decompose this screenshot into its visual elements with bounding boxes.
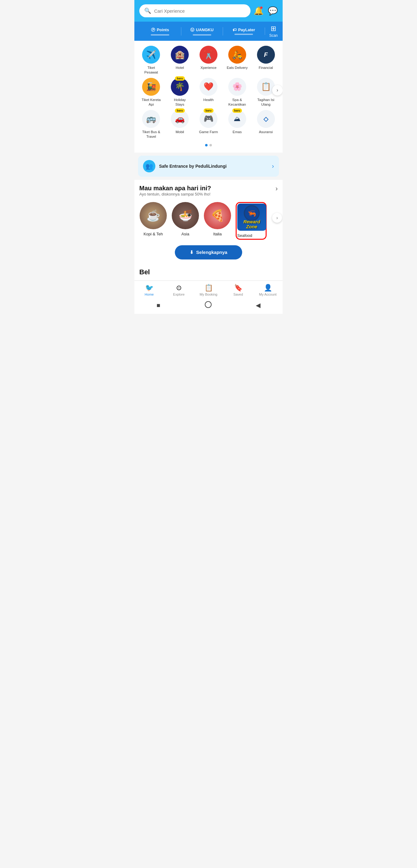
dot-inactive [210,144,212,147]
explore-icon: ⊙ [176,284,182,292]
tiket-kereta-icon-circle: 🚂 [142,78,160,96]
service-mobil[interactable]: baru 🚗 Mobil [167,110,192,139]
food-item-seafood-reward[interactable]: 🦐 RewardZone Seafood [236,202,266,240]
tiket-bus-label: Tiket Bus &Travel [142,130,160,139]
service-spa[interactable]: 🌸 Spa &Kecantikan [225,78,250,107]
paylater-bar [234,34,253,35]
paylater-label: PayLater [238,28,255,32]
seafood-label: Seafood [237,233,252,238]
android-home-button[interactable] [205,301,212,310]
chat-button[interactable]: 💬 [268,6,278,16]
service-holiday-stays[interactable]: baru 🌴 HolidayStays [167,78,192,107]
service-health[interactable]: ❤️ Health [196,78,221,107]
home-label: Home [145,292,154,296]
financial-icon: F [264,51,267,58]
game-farm-badge: baru [203,108,214,113]
search-input[interactable] [154,8,246,13]
notification-button[interactable]: 🔔 [254,6,263,16]
food-item-kopi-teh[interactable]: ☕ Kopi & Teh [139,202,167,240]
reward-zone-text: RewardZone [237,219,266,229]
partial-title: Bel [139,268,150,276]
italia-label: Italia [213,232,222,236]
my-account-label: My Account [259,292,277,296]
spa-icon: 🌸 [232,82,242,91]
chat-icon: 💬 [268,6,278,16]
food-items-row: ☕ Kopi & Teh 🍜 Asia 🍕 Italia [139,202,278,240]
points-item[interactable]: Ⓟ Points [139,27,181,35]
service-eats-delivery[interactable]: 🛵 Eats Delivery [225,46,250,75]
my-account-icon: 👤 [264,284,272,292]
eats-delivery-label: Eats Delivery [227,65,248,70]
my-booking-icon: 📋 [204,284,213,292]
tiket-bus-icon: 🚌 [146,114,156,124]
health-icon-circle: ❤️ [199,78,218,96]
food-item-italia[interactable]: 🍕 Italia [203,202,231,240]
hotel-label: Hotel [176,65,184,70]
seafood-reward-image: 🦐 RewardZone [237,204,266,231]
android-nav: ■ ◀ [134,298,283,314]
service-game-farm[interactable]: baru 🎮 Game Farm [196,110,221,139]
mobil-badge: baru [175,108,185,113]
selengkapnya-button[interactable]: ⬇ Selengkapnya [175,245,242,259]
hotel-icon-circle: 🏨 [171,46,189,64]
game-farm-label: Game Farm [199,130,218,134]
service-tiket-kereta[interactable]: 🚂 Tiket KeretaApi [139,78,163,107]
nav-my-booking[interactable]: 📋 My Booking [194,284,223,296]
paylater-item[interactable]: 🏷 PayLater [223,28,265,35]
services-next-arrow[interactable]: › [272,85,283,95]
app-header: 🔍 🔔 💬 [134,0,283,22]
kopi-teh-icon: ☕ [147,209,160,222]
tiket-kereta-icon: 🚂 [146,82,156,91]
health-icon: ❤️ [203,82,214,91]
financial-label: Financial [259,65,273,70]
eats-delivery-icon: 🛵 [232,50,242,60]
food-subtitle: Ayo tentuin, diskonnya sampai 50% lho! [139,192,211,196]
kopi-teh-image: ☕ [140,202,167,229]
service-hotel[interactable]: 🏨 Hotel [167,46,192,75]
search-bar[interactable]: 🔍 [139,4,251,17]
kopi-teh-label: Kopi & Teh [143,232,163,236]
emas-badge: baru [232,108,242,113]
food-section: Mau makan apa hari ini? Ayo tentuin, dis… [134,180,283,240]
points-label: Points [157,28,169,32]
reward-zone-overlay: RewardZone [237,219,266,229]
saved-icon: 🔖 [234,284,243,292]
tagihan-label: Tagihan IsiUlang [257,98,274,107]
food-next-arrow[interactable]: › [272,213,282,223]
uangku-item[interactable]: Ⓤ UANGKU [181,27,223,35]
service-emas[interactable]: baru ⛰ Emas [225,110,250,139]
asuransi-icon: ◇ [263,115,268,123]
services-row-2: 🚂 Tiket KeretaApi baru 🌴 HolidayStays ❤️… [137,78,280,107]
service-financial[interactable]: F Financial [254,46,278,75]
nav-my-account[interactable]: 👤 My Account [253,284,283,296]
paylater-icon: 🏷 [233,28,236,32]
service-tiket-pesawat[interactable]: ✈️ TiketPesawat [139,46,163,75]
holiday-badge: baru [175,76,185,81]
xperience-icon-circle: ✂️ [199,46,218,64]
service-xperience[interactable]: ✂️ Xperience [196,46,221,75]
services-row-3: 🚌 Tiket Bus &Travel baru 🚗 Mobil baru 🎮 … [137,110,280,139]
xperience-icon: ✂️ [203,50,214,60]
android-back-button[interactable]: ◀ [256,302,260,309]
search-icon: 🔍 [144,7,151,14]
android-back-icon: ◀ [256,302,260,309]
service-asuransi[interactable]: ◇ Asuransi [254,110,278,139]
scan-item[interactable]: ⊞ Scan [265,25,278,38]
hotel-icon: 🏨 [175,50,185,60]
nav-saved[interactable]: 🔖 Saved [223,284,253,296]
service-tiket-bus[interactable]: 🚌 Tiket Bus &Travel [139,110,163,139]
peduli-banner[interactable]: 👥 Safe Entrance by PeduliLindungi › [138,156,279,177]
android-square-icon: ■ [157,302,160,309]
my-booking-label: My Booking [199,292,217,296]
uangku-label: UANGKU [196,28,214,32]
explore-label: Explore [173,292,184,296]
food-item-asia[interactable]: 🍜 Asia [171,202,199,240]
nav-explore[interactable]: ⊙ Explore [164,284,194,296]
points-bar [151,34,169,35]
food-section-chevron-icon[interactable]: › [276,185,278,193]
italia-image: 🍕 [204,202,231,229]
asuransi-label: Asuransi [259,130,273,134]
android-square-button[interactable]: ■ [157,302,160,309]
nav-home[interactable]: 🐦 Home [134,284,164,296]
services-row-1: ✈️ TiketPesawat 🏨 Hotel ✂️ Xperience 🛵 E… [137,46,280,75]
